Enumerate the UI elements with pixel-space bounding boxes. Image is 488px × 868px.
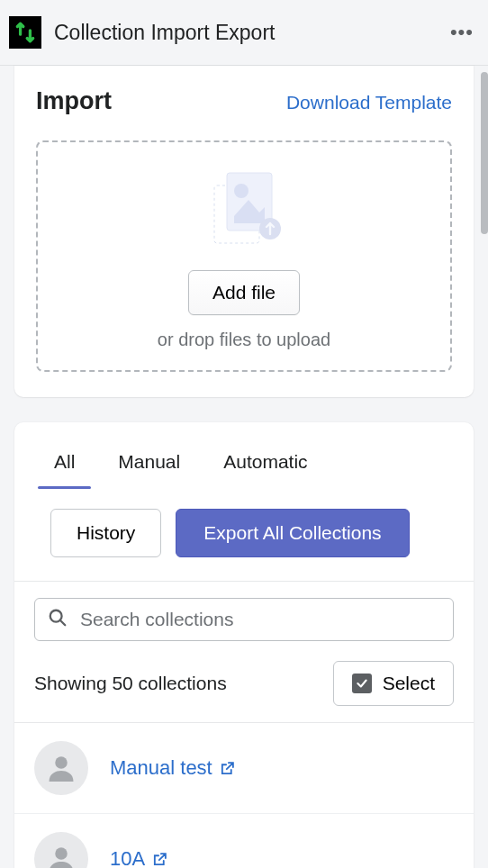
avatar-icon: [34, 832, 88, 868]
file-dropzone[interactable]: Add file or drop files to upload: [36, 140, 452, 372]
collection-link[interactable]: Manual test: [110, 756, 235, 780]
svg-point-7: [55, 847, 68, 860]
results-summary-row: Showing 50 collections Select: [14, 641, 474, 722]
showing-count: Showing 50 collections: [34, 673, 227, 694]
import-card: Import Download Template Add file or dro…: [14, 66, 474, 397]
import-title: Import: [36, 87, 112, 115]
scrollbar-thumb[interactable]: [481, 72, 488, 234]
app-logo-icon: [9, 16, 41, 49]
select-toggle-button[interactable]: Select: [333, 661, 454, 706]
header-left-group: Collection Import Export: [9, 16, 275, 49]
collection-name: Manual test: [110, 756, 212, 780]
collection-link[interactable]: 10A: [110, 847, 167, 868]
app-header: Collection Import Export •••: [0, 0, 488, 66]
external-link-icon: [220, 761, 235, 776]
list-item[interactable]: 10A: [14, 814, 474, 868]
export-action-row: History Export All Collections: [14, 489, 474, 581]
collection-name: 10A: [110, 847, 145, 868]
history-button[interactable]: History: [50, 509, 161, 557]
search-section: [14, 581, 474, 641]
import-card-header: Import Download Template: [36, 87, 452, 115]
download-template-link[interactable]: Download Template: [286, 92, 452, 113]
tab-manual[interactable]: Manual: [96, 440, 202, 489]
collection-filter-tabs: All Manual Automatic: [14, 440, 474, 489]
add-file-button[interactable]: Add file: [188, 270, 300, 315]
svg-line-5: [60, 620, 66, 626]
search-input[interactable]: [80, 609, 440, 630]
collection-list: Manual test 10A: [14, 722, 474, 868]
svg-point-2: [234, 184, 249, 198]
select-label: Select: [383, 673, 435, 694]
dropzone-hint: or drop files to upload: [158, 330, 330, 350]
export-all-button[interactable]: Export All Collections: [176, 509, 409, 557]
search-box[interactable]: [34, 598, 454, 641]
svg-point-6: [55, 756, 68, 769]
upload-illustration-icon: [203, 166, 285, 256]
avatar-icon: [34, 741, 88, 795]
tab-automatic[interactable]: Automatic: [202, 440, 329, 489]
more-menu-icon[interactable]: •••: [450, 21, 474, 44]
checkbox-icon: [352, 674, 372, 693]
tab-all[interactable]: All: [32, 440, 96, 489]
search-icon: [48, 608, 68, 631]
app-title: Collection Import Export: [54, 21, 275, 45]
external-link-icon: [152, 852, 167, 867]
list-item[interactable]: Manual test: [14, 723, 474, 814]
export-card: All Manual Automatic History Export All …: [14, 422, 474, 868]
